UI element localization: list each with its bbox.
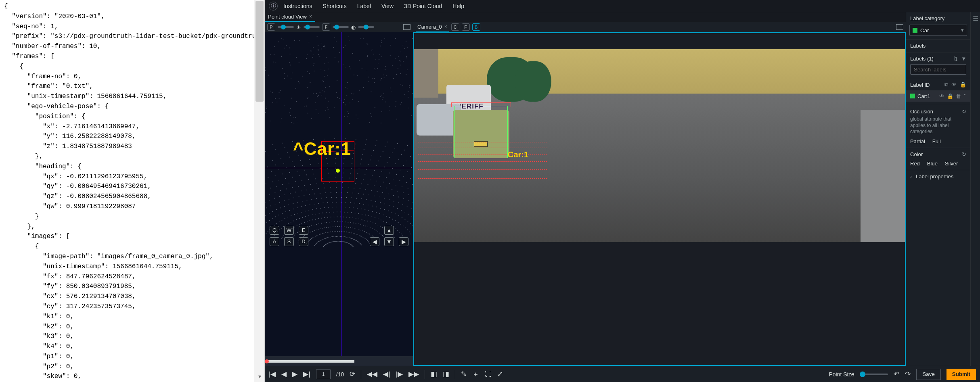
tab-point-cloud[interactable]: Point cloud View ×	[265, 12, 315, 22]
frame-input[interactable]	[316, 369, 331, 379]
svg-point-802	[286, 45, 287, 46]
duplicate-icon[interactable]: ⧉	[944, 81, 948, 88]
lock-icon[interactable]: 🔒	[947, 93, 953, 99]
svg-point-937	[408, 108, 409, 109]
fit-icon[interactable]: ⛶	[485, 370, 492, 378]
cam-c-toggle[interactable]: C	[451, 23, 459, 31]
svg-point-598	[302, 165, 303, 166]
undo-icon[interactable]: ↶	[894, 370, 899, 378]
svg-point-688	[387, 142, 388, 142]
close-icon[interactable]: ×	[444, 24, 447, 29]
label-properties-row[interactable]: › Label properties	[906, 170, 970, 183]
tab-camera0[interactable]: Camera_0 ×	[416, 22, 449, 32]
add-icon[interactable]: ＋	[472, 369, 479, 379]
cam-b-toggle[interactable]: B	[472, 23, 480, 31]
cam-bbox-car[interactable]	[454, 106, 508, 158]
menu-help[interactable]: Help	[452, 3, 464, 9]
color-blue[interactable]: Blue	[927, 161, 938, 167]
scrollbar-thumb[interactable]	[255, 1, 264, 102]
svg-point-341	[297, 213, 298, 214]
pc-f-toggle[interactable]: F	[322, 23, 330, 31]
step-back-icon[interactable]: ◀|	[383, 370, 390, 378]
svg-point-532	[282, 184, 283, 185]
pc-maximize-icon[interactable]	[403, 24, 410, 30]
svg-point-379	[279, 215, 279, 215]
svg-point-690	[407, 145, 408, 146]
delete-icon[interactable]: 🗑	[956, 93, 961, 99]
menu-view[interactable]: View	[381, 3, 394, 9]
menu-label[interactable]: Label	[357, 3, 371, 9]
occlusion-partial[interactable]: Partial	[910, 138, 925, 144]
chevron-up-icon[interactable]: ˄	[963, 93, 966, 99]
camera-viewport[interactable]: SHERIFF	[413, 32, 906, 366]
color-silver[interactable]: Silver	[945, 161, 958, 167]
svg-point-756	[310, 50, 311, 51]
loop-icon[interactable]: ⟳	[350, 370, 355, 378]
left-scrollbar[interactable]: ▾	[254, 0, 264, 382]
label-category-dropdown[interactable]: Car	[909, 25, 967, 36]
submit-button[interactable]: Submit	[946, 369, 976, 380]
visibility-icon[interactable]: 👁	[951, 81, 957, 88]
panel-toggle-icon[interactable]: ☰	[973, 15, 978, 22]
pc-slider-3[interactable]	[333, 26, 349, 28]
point-size-slider[interactable]	[860, 374, 888, 375]
hide-icon[interactable]: 👁	[939, 93, 944, 99]
svg-point-251	[315, 219, 316, 220]
search-labels-input[interactable]	[910, 64, 966, 75]
svg-point-790	[343, 47, 344, 48]
pc-p-toggle[interactable]: P	[267, 23, 275, 31]
svg-point-508	[280, 190, 281, 191]
svg-point-507	[275, 192, 276, 193]
svg-point-202	[314, 225, 314, 225]
info-icon[interactable]: ⓘ	[269, 2, 278, 10]
svg-point-208	[329, 222, 330, 223]
menu-instructions[interactable]: Instructions	[283, 3, 312, 9]
first-frame-icon[interactable]: |◀	[269, 370, 276, 378]
redo-icon[interactable]: ↷	[905, 370, 911, 378]
svg-point-169	[348, 227, 349, 228]
step-fwd-icon[interactable]: |▶	[396, 370, 403, 378]
close-icon[interactable]: ×	[309, 14, 312, 19]
svg-point-131	[360, 236, 361, 236]
play-icon[interactable]: ▶	[292, 370, 297, 378]
prev-frame-icon[interactable]: ◀	[281, 370, 287, 378]
lidar-points	[265, 32, 413, 356]
save-button[interactable]: Save	[916, 369, 940, 380]
cube-add-icon[interactable]: ◨	[443, 370, 449, 378]
menu-3d-point-cloud[interactable]: 3D Point Cloud	[404, 3, 442, 9]
filter-icon[interactable]: ▼	[961, 56, 966, 62]
next-frame-icon[interactable]: ▶|	[303, 370, 310, 378]
svg-point-890	[320, 69, 321, 70]
svg-point-711	[333, 47, 334, 48]
frame-progress[interactable]	[265, 356, 413, 366]
svg-point-811	[380, 46, 381, 46]
sort-icon[interactable]: ⇅	[953, 56, 958, 62]
expand-icon[interactable]: ⤢	[497, 370, 503, 378]
occlusion-full[interactable]: Full	[932, 138, 941, 144]
svg-point-205	[321, 223, 322, 224]
svg-point-408	[398, 215, 399, 216]
step-fwd-all-icon[interactable]: ▶▶	[408, 370, 419, 378]
cam-maximize-icon[interactable]	[896, 24, 903, 30]
pc-slider-2[interactable]	[304, 26, 320, 28]
svg-point-902	[266, 67, 266, 68]
menu-shortcuts[interactable]: Shortcuts	[323, 3, 347, 9]
reset-icon[interactable]: ↻	[962, 151, 966, 157]
cube-icon[interactable]: ◧	[431, 370, 437, 378]
cam-f-toggle[interactable]: F	[462, 23, 470, 31]
svg-point-862	[327, 107, 328, 108]
svg-point-83	[353, 239, 354, 240]
pc-slider-1[interactable]	[278, 26, 294, 28]
point-cloud-viewport[interactable]: ^Car:1 Q W E A S D	[265, 32, 413, 356]
label-category-select[interactable]: Car ▾	[909, 25, 967, 36]
label-row-car1[interactable]: Car:1 👁 🔒 🗑 ˄	[906, 90, 970, 102]
color-red[interactable]: Red	[910, 161, 920, 167]
edit-icon[interactable]: ✎	[461, 370, 467, 378]
scroll-down-icon[interactable]: ▾	[254, 373, 265, 382]
svg-point-847	[318, 50, 319, 50]
step-back-all-icon[interactable]: ◀◀	[367, 370, 377, 378]
reset-icon[interactable]: ↻	[962, 109, 966, 115]
svg-point-867	[281, 56, 282, 57]
pc-slider-4[interactable]	[358, 26, 374, 28]
lock-icon[interactable]: 🔒	[960, 81, 966, 88]
